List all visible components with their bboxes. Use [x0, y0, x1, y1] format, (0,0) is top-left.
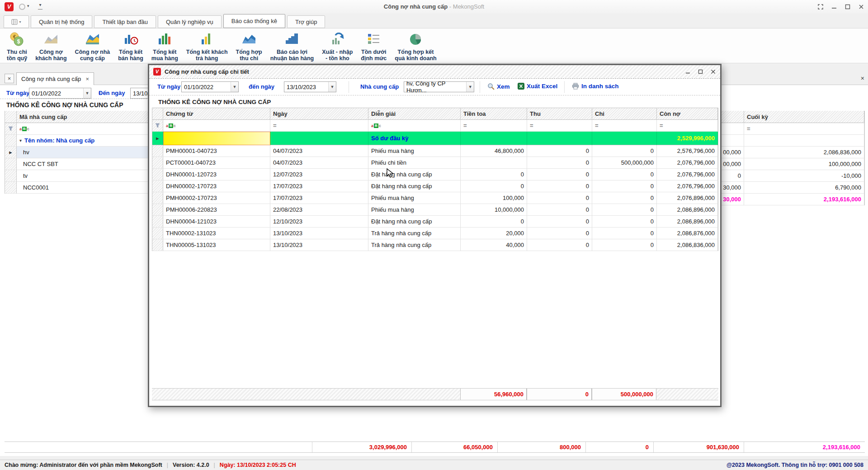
maximize-button[interactable] [844, 4, 851, 10]
opening-cell-5 [592, 132, 657, 145]
right-columns-row[interactable]: 0-10,000 [722, 170, 864, 182]
menu-tab-2[interactable]: Quản lý nghiệp vụ [158, 15, 222, 28]
bg-from-date-label: Từ ngày [6, 90, 29, 96]
ribbon-button-8[interactable]: Xuất - nhập- tồn kho [318, 31, 357, 62]
right-columns-row[interactable]: 30,0002,193,616,000 [722, 194, 864, 205]
column-header-5[interactable]: Chi [592, 108, 657, 120]
bg-from-date-combo[interactable]: 01/10/2022▼ [29, 88, 91, 99]
table-row[interactable]: PMH00002-17072317/07/2023Phiếu mua hàng1… [152, 192, 718, 204]
truncated-value-cell: 0 [722, 170, 744, 182]
from-date-combo[interactable]: 01/10/2022▼ [181, 81, 239, 92]
opening-cell-4 [527, 132, 592, 145]
ribbon-button-3[interactable]: Tổng kếtbán hàng [114, 31, 147, 62]
filter-cell-1[interactable]: = [270, 120, 368, 132]
fullscreen-button[interactable] [817, 4, 824, 10]
ribbon-button-6[interactable]: Tổng hợpthu chi [232, 31, 266, 62]
filter-cell-2[interactable]: aBc [368, 120, 461, 132]
group-expander-icon[interactable]: ▾ [19, 138, 22, 143]
supplier-row[interactable]: NCC0001 [5, 182, 154, 194]
cell: THN00005-131023 [163, 239, 270, 251]
layout-menu-button[interactable]: ▾ [4, 15, 29, 28]
tabstrip-close-button[interactable]: × [861, 75, 864, 82]
view-button[interactable]: Xem [487, 83, 510, 90]
right-columns-row[interactable]: 30,0006,790,000 [722, 182, 864, 194]
menu-tab-0[interactable]: Quản trị hệ thống [31, 15, 92, 28]
right-columns-row[interactable]: 00,0002,086,836,000 [722, 147, 864, 158]
filter-cell-5[interactable]: = [592, 120, 657, 132]
table-row[interactable]: PMH00006-22082322/08/2023Phiếu mua hàng1… [152, 204, 718, 216]
row-indicator [152, 228, 163, 239]
export-excel-button[interactable]: Xuất Excel [518, 83, 557, 90]
cell: 22/08/2023 [270, 204, 368, 216]
footer-thu-total: 0 [527, 389, 592, 400]
supplier-row[interactable]: ▸hv [5, 147, 154, 158]
filter-cell-0[interactable]: aBc [163, 120, 270, 132]
menu-tab-1[interactable]: Thiết lập ban đầu [94, 15, 156, 28]
table-row[interactable]: PCT00001-04072304/07/2023Phiếu chi tiền0… [152, 157, 718, 169]
column-header-6[interactable]: Còn nợ [657, 108, 718, 120]
cell: 0 [527, 157, 592, 169]
print-list-button[interactable]: In danh sách [572, 83, 619, 90]
supplier-row[interactable]: tv [5, 170, 154, 182]
prev-column-header[interactable] [722, 111, 744, 123]
ribbon-button-0[interactable]: €$Thu chitồn quỹ [3, 31, 31, 62]
dialog-maximize-button[interactable] [698, 69, 703, 75]
table-row[interactable]: DHN00004-12102312/10/2023Đặt hàng nhà cu… [152, 216, 718, 228]
row-indicator [152, 192, 163, 204]
ribbon-button-7[interactable]: Báo cáo lợinhuận bán hàng [266, 31, 318, 62]
coins-icon: €$ [9, 31, 25, 48]
detail-table: Chứng từNgàyDiễn giảiTiền toaThuChiCòn n… [152, 108, 718, 251]
cell: Phiếu chi tiền [368, 157, 461, 169]
filter-cell-3[interactable]: = [461, 120, 527, 132]
ribbon-button-2[interactable]: Công nợ nhàcung cấp [71, 31, 114, 62]
ribbon-button-1[interactable]: Công nợkhách hàng [31, 31, 71, 62]
ribbon-button-5[interactable]: Tổng kết kháchtrả hàng [182, 31, 232, 62]
menu-tab-3[interactable]: Báo cáo thống kê [223, 14, 285, 28]
cuoi-ky-header[interactable]: Cuối kỳ [744, 111, 864, 123]
filter-cell[interactable] [722, 123, 744, 135]
table-row[interactable]: DHN00002-17072317/07/2023Đặt hàng nhà cu… [152, 180, 718, 192]
cell: 04/07/2023 [270, 145, 368, 157]
table-row[interactable]: THN00002-13102313/10/2023Trả hàng nhà cu… [152, 228, 718, 239]
menu-tab-4[interactable]: Trợ giúp [287, 15, 326, 28]
to-date-combo[interactable]: 13/10/2023▼ [284, 81, 336, 92]
filter-cell[interactable]: = [744, 123, 864, 135]
table-row[interactable]: DHN00001-12072312/07/2023Đặt hàng nhà cu… [152, 169, 718, 180]
cell: Phiếu mua hàng [368, 204, 461, 216]
close-button[interactable] [858, 4, 864, 10]
cell: 0 [592, 239, 657, 251]
supplier-code-header[interactable]: Mã nhà cung cấp [17, 111, 154, 123]
document-tab[interactable]: Công nợ nhà cung cấp × [16, 72, 94, 85]
cell: 04/07/2023 [270, 157, 368, 169]
supplier-row[interactable]: NCC CT SBT [5, 158, 154, 170]
column-header-4[interactable]: Thu [527, 108, 592, 120]
column-header-2[interactable]: Diễn giải [368, 108, 461, 120]
cuoi-ky-value-cell: 2,086,836,000 [744, 147, 864, 158]
filter-cell[interactable]: aBc [17, 123, 154, 135]
opening-balance-row[interactable]: ▸Số dư đầu kỳ2,529,996,000 [152, 132, 718, 145]
row-indicator-header [5, 111, 17, 123]
filter-cell-6[interactable]: = [657, 120, 718, 132]
empty-cell [744, 135, 864, 147]
group-row[interactable]: ▾Tên nhóm: Nhà cung cấp [5, 135, 154, 147]
supplier-combo[interactable]: hv, Công ty CP Hươn...▼ [404, 81, 474, 92]
ribbon-button-4[interactable]: Tổng kếtmua hàng [147, 31, 182, 62]
supplier-code-cell: NCC0001 [17, 182, 154, 194]
right-columns-row[interactable]: 00,000100,000,000 [722, 158, 864, 170]
table-row[interactable]: PMH00001-04072304/07/2023Phiếu mua hàng4… [152, 145, 718, 157]
filter-cell-4[interactable]: = [527, 120, 592, 132]
row-indicator [152, 239, 163, 251]
detail-table-filter-row: aBc=aBc==== [152, 120, 718, 132]
column-header-0[interactable]: Chứng từ [163, 108, 270, 120]
ribbon-button-9[interactable]: Tồn dướiđịnh mức [357, 31, 391, 62]
column-header-1[interactable]: Ngày [270, 108, 368, 120]
minimize-button[interactable] [831, 4, 837, 10]
table-row[interactable]: THN00005-13102313/10/2023Trả hàng nhà cu… [152, 239, 718, 251]
ribbon-button-10[interactable]: Tổng hợp kếtquả kinh doanh [391, 31, 440, 62]
close-all-tabs-button[interactable]: × [5, 74, 14, 83]
dialog-minimize-button[interactable] [685, 69, 691, 75]
dialog-close-button[interactable] [710, 69, 716, 75]
cell: 0 [592, 204, 657, 216]
column-header-3[interactable]: Tiền toa [461, 108, 527, 120]
tab-close-icon[interactable]: × [85, 76, 89, 82]
